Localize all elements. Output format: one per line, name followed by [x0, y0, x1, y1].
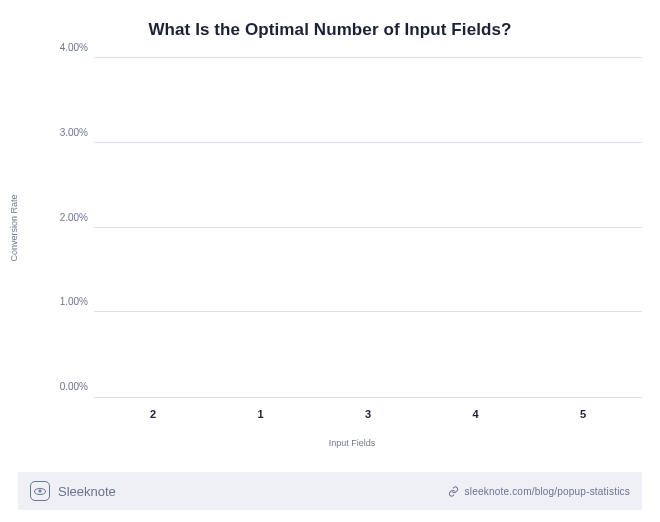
x-ticks: 2 1 3 4 5	[94, 408, 642, 420]
bars-container: 3.31% 3.20% 1.08% 0.90% 0.81%	[94, 58, 642, 397]
chart-title: What Is the Optimal Number of Input Fiel…	[0, 0, 660, 46]
x-tick: 1	[220, 408, 302, 420]
chart-area: Conversion Rate 0.00% 1.00% 2.00% 3.00% …	[62, 58, 642, 398]
x-axis-label: Input Fields	[329, 438, 376, 448]
sleeknote-logo-icon	[30, 481, 50, 501]
source-link[interactable]: sleeknote.com/blog/popup-statistics	[448, 486, 630, 497]
x-tick: 3	[327, 408, 409, 420]
plot-area: 0.00% 1.00% 2.00% 3.00% 4.00% 3.31% 3.20…	[94, 58, 642, 398]
y-tick: 0.00%	[54, 381, 88, 392]
brand: Sleeknote	[30, 481, 116, 501]
y-tick: 2.00%	[54, 211, 88, 222]
x-tick: 2	[112, 408, 194, 420]
y-axis-label: Conversion Rate	[9, 194, 19, 261]
x-tick: 5	[542, 408, 624, 420]
y-tick: 3.00%	[54, 126, 88, 137]
y-tick: 4.00%	[54, 42, 88, 53]
footer: Sleeknote sleeknote.com/blog/popup-stati…	[18, 472, 642, 510]
brand-name: Sleeknote	[58, 484, 116, 499]
y-tick: 1.00%	[54, 296, 88, 307]
link-icon	[448, 486, 459, 497]
x-tick: 4	[435, 408, 517, 420]
source-url: sleeknote.com/blog/popup-statistics	[465, 486, 630, 497]
